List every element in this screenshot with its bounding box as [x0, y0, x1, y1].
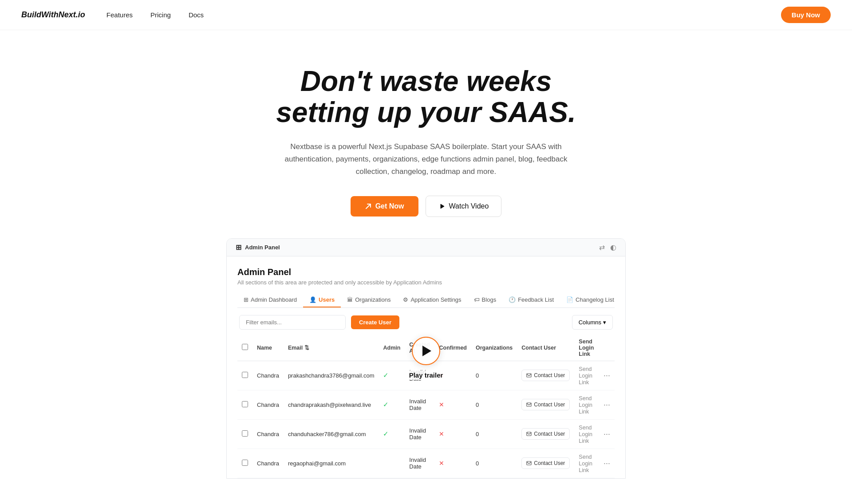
- cell-name: Chandra: [252, 390, 284, 419]
- users-table-area: Create User Columns ▾ Name Email ⇅ Admin: [237, 308, 615, 478]
- logo: BuildWithNext.io: [21, 10, 85, 20]
- tab-app-settings[interactable]: ⚙ Application Settings: [397, 293, 467, 307]
- table-toolbar: Create User Columns ▾: [237, 315, 615, 330]
- tab-icon-users: 👤: [309, 296, 316, 303]
- users-table: Name Email ⇅ Admin Created At Confirmed …: [237, 335, 615, 478]
- select-all-checkbox[interactable]: [242, 344, 248, 350]
- topbar-icon-2: ◐: [610, 243, 616, 252]
- buy-now-button[interactable]: Buy Now: [781, 7, 831, 23]
- col-confirmed: Confirmed: [434, 335, 471, 361]
- admin-check-icon: ✓: [383, 430, 389, 437]
- table-row: Chandra chanduhacker786@gmail.com ✓ Inva…: [237, 419, 615, 449]
- create-user-button[interactable]: Create User: [351, 315, 399, 329]
- hero-section: Don't waste weeks setting up your SAAS. …: [0, 30, 852, 238]
- cell-send-login: Send Login Link: [574, 419, 599, 449]
- svg-rect-2: [527, 432, 531, 436]
- mail-icon: [526, 402, 532, 407]
- row-more-button[interactable]: ···: [604, 371, 610, 380]
- watch-video-button[interactable]: Watch Video: [426, 196, 502, 217]
- svg-rect-1: [527, 403, 531, 406]
- mail-icon: [526, 461, 532, 466]
- row-checkbox-1[interactable]: [242, 401, 248, 407]
- cell-contact-user: Contact User: [517, 361, 574, 390]
- cell-organizations: 0: [471, 419, 517, 449]
- tab-changelog[interactable]: 📄 Changelog List: [560, 293, 620, 307]
- row-checkbox-0[interactable]: [242, 372, 248, 378]
- tab-users[interactable]: 👤 Users: [303, 293, 341, 307]
- confirmed-cross-icon: ✕: [439, 430, 444, 437]
- cell-admin: ✓: [379, 361, 405, 390]
- cell-email: chanduhacker786@gmail.com: [284, 419, 379, 449]
- row-more-button[interactable]: ···: [604, 459, 610, 468]
- tab-icon-changelog: 📄: [566, 296, 573, 303]
- tab-roadmap[interactable]: 📊 Roadmap: [620, 293, 626, 307]
- cell-admin: [379, 449, 405, 478]
- cell-name: Chandra: [252, 449, 284, 478]
- tab-feedback[interactable]: 🕐 Feedback List: [502, 293, 560, 307]
- tab-label-blogs: Blogs: [482, 296, 497, 303]
- tab-icon-settings: ⚙: [403, 296, 408, 303]
- table-row: Chandra regaophai@gmail.com Invalid Date…: [237, 449, 615, 478]
- table-row: Chandra prakashchandra3786@gmail.com ✓ I…: [237, 361, 615, 390]
- svg-rect-3: [527, 461, 531, 465]
- contact-user-button[interactable]: Contact User: [521, 457, 570, 469]
- filter-email-input[interactable]: [239, 315, 346, 330]
- row-more-button[interactable]: ···: [604, 400, 610, 410]
- col-organizations: Organizations: [471, 335, 517, 361]
- tab-label-settings: Application Settings: [410, 296, 461, 303]
- col-actions: [599, 335, 615, 361]
- tab-label-orgs: Organizations: [355, 296, 390, 303]
- svg-rect-0: [527, 374, 531, 377]
- admin-tabs: ⊞ Admin Dashboard 👤 Users 🏛 Organization…: [237, 293, 615, 308]
- mail-icon: [526, 431, 532, 437]
- col-created-at: Created At: [405, 335, 434, 361]
- nav-pricing[interactable]: Pricing: [150, 11, 171, 19]
- cell-more: ···: [599, 449, 615, 478]
- cell-admin: ✓: [379, 390, 405, 419]
- cell-contact-user: Contact User: [517, 390, 574, 419]
- table-row: Chandra chandraprakash@pixelwand.live ✓ …: [237, 390, 615, 419]
- tab-blogs[interactable]: 🏷 Blogs: [468, 293, 503, 307]
- cell-contact-user: Contact User: [517, 449, 574, 478]
- play-icon: [438, 203, 446, 210]
- contact-user-button[interactable]: Contact User: [521, 370, 570, 381]
- tab-organizations[interactable]: 🏛 Organizations: [341, 293, 397, 307]
- tab-label-users: Users: [319, 296, 335, 303]
- navbar: BuildWithNext.io Features Pricing Docs B…: [0, 0, 852, 30]
- tab-admin-dashboard[interactable]: ⊞ Admin Dashboard: [237, 293, 303, 307]
- contact-user-button[interactable]: Contact User: [521, 428, 570, 440]
- col-admin: Admin: [379, 335, 405, 361]
- col-email: Email ⇅: [284, 335, 379, 361]
- cell-created-at: Invalid Date: [405, 419, 434, 449]
- get-now-button[interactable]: Get Now: [351, 196, 418, 217]
- cell-confirmed: ✕: [434, 361, 471, 390]
- send-login-link[interactable]: Send Login Link: [579, 395, 592, 415]
- tab-label-changelog: Changelog List: [576, 296, 614, 303]
- confirmed-cross-icon: ✕: [439, 460, 444, 467]
- row-checkbox-2[interactable]: [242, 430, 248, 437]
- chevron-down-icon: ▾: [603, 319, 606, 326]
- tab-icon-blogs: 🏷: [474, 296, 480, 303]
- admin-panel-title: Admin Panel: [237, 267, 615, 277]
- row-checkbox-3[interactable]: [242, 460, 248, 466]
- nav-links: Features Pricing Docs: [106, 11, 781, 19]
- send-login-link[interactable]: Send Login Link: [579, 425, 592, 444]
- cell-email: regaophai@gmail.com: [284, 449, 379, 478]
- nav-features[interactable]: Features: [106, 11, 133, 19]
- contact-user-button[interactable]: Contact User: [521, 399, 570, 410]
- confirmed-cross-icon: ✕: [439, 372, 444, 379]
- cell-confirmed: ✕: [434, 390, 471, 419]
- cell-more: ···: [599, 361, 615, 390]
- mail-icon: [526, 373, 532, 378]
- table-header-row: Name Email ⇅ Admin Created At Confirmed …: [237, 335, 615, 361]
- admin-check-icon: ✓: [383, 401, 389, 408]
- admin-panel-content: Admin Panel All sections of this area ar…: [227, 256, 625, 478]
- hero-subtitle: Nextbase is a powerful Next.js Supabase …: [280, 141, 572, 178]
- columns-button[interactable]: Columns ▾: [572, 315, 613, 330]
- send-login-link[interactable]: Send Login Link: [579, 366, 592, 386]
- cell-send-login: Send Login Link: [574, 390, 599, 419]
- nav-docs[interactable]: Docs: [189, 11, 204, 19]
- arrow-icon: [365, 203, 372, 210]
- send-login-link[interactable]: Send Login Link: [579, 454, 592, 473]
- row-more-button[interactable]: ···: [604, 429, 610, 439]
